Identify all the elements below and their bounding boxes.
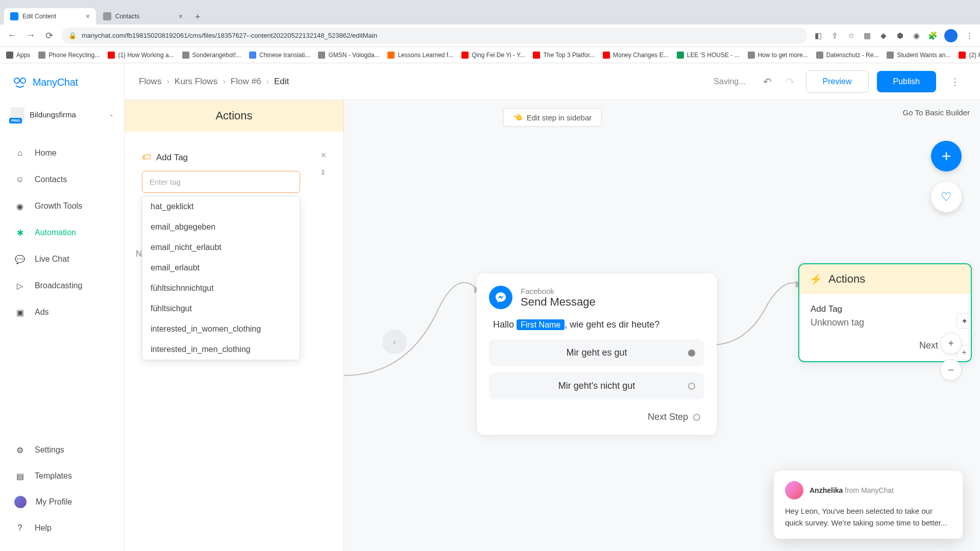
undo-button[interactable]: ↶	[760, 72, 775, 91]
dropdown-option[interactable]: fühltsichnnichtgut	[142, 278, 300, 298]
menu-icon[interactable]: ⋮	[965, 31, 974, 40]
home-icon: ⌂	[14, 147, 26, 159]
bookmark-item[interactable]: Student Wants an...	[887, 52, 950, 59]
next-step-row[interactable]: Next Step	[489, 406, 704, 422]
bookmark-item[interactable]: GMSN - Vologda...	[318, 52, 379, 59]
bookmark-label: Lessons Learned f...	[398, 52, 453, 59]
dropdown-option[interactable]: interested_in_men_clothing	[142, 339, 300, 360]
sidebar-item-growth[interactable]: ◉Growth Tools	[0, 193, 124, 219]
url-bar[interactable]: 🔒 manychat.com/fb198150208192061/cms/fil…	[61, 28, 807, 44]
connector-dot-icon[interactable]	[693, 414, 700, 421]
breadcrumb-item[interactable]: Kurs Flows	[175, 77, 217, 87]
dropdown-option[interactable]: email_abgegeben	[142, 217, 300, 237]
quick-reply-option[interactable]: Mir geht es gut	[489, 339, 704, 366]
back-button[interactable]: ←	[6, 30, 18, 41]
bookmark-item[interactable]: Sonderangebot!...	[182, 52, 241, 59]
extension-icon[interactable]: ⬢	[895, 31, 904, 40]
bookmark-favicon	[887, 52, 894, 59]
sidebar-item-templates[interactable]: ▤ Templates	[0, 463, 124, 489]
extension-icon[interactable]: ◆	[879, 31, 888, 40]
add-node-fab[interactable]: +	[931, 141, 962, 171]
canvas-nav-prev[interactable]: ‹	[382, 330, 407, 354]
sidebar-item-ads[interactable]: ▣Ads	[0, 299, 124, 325]
new-tab-button[interactable]: +	[190, 10, 206, 24]
workspace-selector[interactable]: PRO Bildungsfirma ⌄	[0, 101, 124, 131]
sidebar-item-profile[interactable]: My Profile	[0, 489, 124, 515]
bookmark-label: Chinese translati...	[259, 52, 310, 59]
sidebar-item-contacts[interactable]: ☺Contacts	[0, 166, 124, 193]
forward-button[interactable]: →	[24, 30, 37, 41]
bookmark-item[interactable]: Apps	[6, 52, 30, 59]
logo[interactable]: ManyChat	[0, 63, 124, 101]
breadcrumb-current: Edit	[274, 77, 289, 87]
extension-icon[interactable]: ◧	[814, 31, 823, 40]
breadcrumb-item[interactable]: Flow #6	[231, 77, 261, 87]
bookmark-favicon	[461, 52, 469, 59]
sidebar-item-help[interactable]: ? Help	[0, 515, 124, 541]
browser-tab-active[interactable]: Edit Content ×	[4, 8, 96, 24]
bookmark-item[interactable]: (2) How To Add A...	[959, 52, 980, 59]
preview-button[interactable]: Preview	[806, 70, 869, 93]
bookmark-item[interactable]: Qing Fei De Yi - Y...	[461, 52, 525, 59]
browser-tab[interactable]: Contacts ×	[97, 8, 189, 24]
bookmark-item[interactable]: Lessons Learned f...	[387, 52, 453, 59]
quick-reply-option[interactable]: Mir geht's nicht gut	[489, 372, 704, 399]
option-label: Mir geht es gut	[566, 347, 627, 358]
dropdown-option[interactable]: email_erlaubt	[142, 258, 300, 278]
browser-profile-icon[interactable]	[944, 29, 958, 42]
support-chat-popup[interactable]: Anzhelika from ManyChat Hey Leon, You've…	[774, 471, 963, 539]
flow-canvas[interactable]: 👈 Edit step in sidebar Go To Basic Build…	[125, 100, 980, 551]
tab-close-icon[interactable]: ×	[86, 12, 90, 20]
browser-toolbar: ← → ⟳ 🔒 manychat.com/fb198150208192061/c…	[0, 24, 980, 47]
sidebar-item-automation[interactable]: ✱Automation	[0, 219, 124, 246]
publish-button[interactable]: Publish	[877, 71, 936, 92]
share-icon[interactable]: ⇪	[830, 31, 839, 40]
dropdown-option[interactable]: interested_in_women_clothing	[142, 319, 300, 339]
svg-point-0	[14, 78, 19, 83]
logo-icon	[12, 74, 28, 90]
close-icon[interactable]: ×	[321, 150, 326, 161]
next-step-label: Next Step	[648, 412, 688, 422]
dropdown-option[interactable]: hat_geklickt	[142, 196, 300, 217]
node-expand-button[interactable]: ✦	[957, 313, 972, 329]
zoom-out-button[interactable]: −	[940, 359, 962, 381]
redo-button[interactable]: ↷	[783, 72, 798, 91]
bookmark-item[interactable]: (1) How Working a...	[108, 52, 174, 59]
bookmark-item[interactable]: The Top 3 Platfor...	[533, 52, 595, 59]
sidebar-item-broadcast[interactable]: ▷Broadcasting	[0, 272, 124, 299]
expand-icon[interactable]: ⇕	[320, 168, 326, 177]
connector-dot-icon[interactable]	[688, 349, 695, 357]
send-message-node[interactable]: Facebook Send Message Hallo First Name, …	[477, 273, 717, 435]
tag-input[interactable]	[142, 171, 300, 193]
bolt-icon: ⚡	[810, 273, 822, 285]
extension-icon[interactable]: ▦	[863, 31, 872, 40]
connector-dot-icon[interactable]	[688, 383, 695, 390]
node-header: ⚡ Actions	[799, 264, 971, 294]
bookmark-item[interactable]: How to get more...	[748, 52, 808, 59]
puzzle-icon[interactable]: 🧩	[928, 31, 937, 40]
next-step-label[interactable]: Next Step	[811, 340, 960, 351]
dropdown-option[interactable]: email_nicht_erlaubt	[142, 237, 300, 258]
star-icon[interactable]: ☆	[846, 31, 855, 40]
go-to-basic-button[interactable]: Go To Basic Builder	[903, 108, 970, 117]
tab-close-icon[interactable]: ×	[179, 12, 183, 20]
bookmark-favicon	[38, 52, 45, 59]
extension-icon[interactable]: ◉	[912, 31, 921, 40]
sidebar-item-settings[interactable]: ⚙ Settings	[0, 437, 124, 463]
dropdown-option[interactable]: fühltsichgut	[142, 298, 300, 319]
reload-button[interactable]: ⟳	[43, 30, 55, 41]
favorite-fab[interactable]: ♡	[931, 182, 962, 212]
bookmark-item[interactable]: Datenschutz - Re...	[816, 52, 879, 59]
sidebar-item-chat[interactable]: 💬Live Chat	[0, 246, 124, 272]
sidebar-item-home[interactable]: ⌂Home	[0, 140, 124, 166]
zoom-in-button[interactable]: +	[940, 333, 962, 354]
more-menu-button[interactable]: ⋮	[944, 72, 966, 91]
edit-step-pill[interactable]: 👈 Edit step in sidebar	[503, 108, 602, 127]
bookmark-item[interactable]: LEE 'S HOUSE - ...	[677, 52, 740, 59]
bookmark-label: How to get more...	[758, 52, 808, 59]
bookmark-item[interactable]: Chinese translati...	[249, 52, 310, 59]
section-title: 🏷 Add Tag	[142, 152, 326, 163]
bookmark-item[interactable]: Money Changes E...	[603, 52, 669, 59]
bookmark-item[interactable]: Phone Recycling...	[38, 52, 100, 59]
breadcrumb-item[interactable]: Flows	[139, 77, 161, 87]
